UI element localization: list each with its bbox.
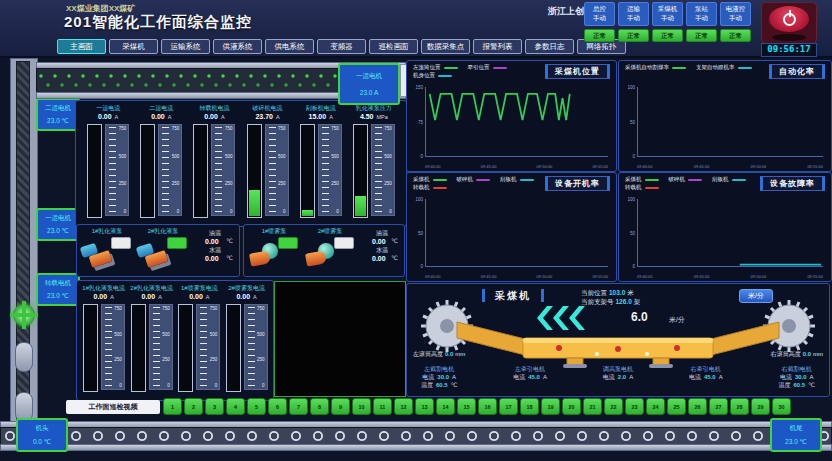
video-feed[interactable] xyxy=(274,281,406,397)
support-button-6[interactable]: 6 xyxy=(268,398,287,415)
support-button-26[interactable]: 26 xyxy=(688,398,707,415)
legend-name: 采煤机 xyxy=(413,176,430,183)
rail-box-1[interactable]: 二运电机23.0 ℃ xyxy=(36,98,80,131)
tab-5[interactable]: 供电系统 xyxy=(265,39,314,54)
legend-name: 机身位置 xyxy=(413,72,435,79)
control-state-button[interactable]: 正常 xyxy=(618,29,649,42)
legend-swatch xyxy=(520,179,534,181)
legend-name: 采煤机自动割煤率 xyxy=(625,64,669,71)
tab-8[interactable]: 数据采集点 xyxy=(421,39,470,54)
support-button-1[interactable]: 1 xyxy=(163,398,182,415)
chart-device-on-rate: 采煤机破碎机刮板机转载机设备开机率10050009:40:0009:45:000… xyxy=(406,172,617,282)
motor-1: 左截割电机电流30.0A温度60.5℃ xyxy=(421,365,457,393)
tab-6[interactable]: 变频器 xyxy=(317,39,366,54)
support-button-15[interactable]: 15 xyxy=(457,398,476,415)
legend-name: 采煤机 xyxy=(625,176,642,183)
crusher-sprocket-icon xyxy=(13,304,35,326)
support-button-9[interactable]: 9 xyxy=(331,398,350,415)
conveyor-head-box[interactable]: 机头 0.0 ℃ xyxy=(16,418,68,452)
legend-swatch xyxy=(493,67,507,69)
legend-item: 刮板机 xyxy=(712,176,746,183)
legend-item: 左滚筒位置 xyxy=(413,64,458,71)
control-state-button[interactable]: 正常 xyxy=(720,29,751,42)
support-button-21[interactable]: 21 xyxy=(583,398,602,415)
power-button[interactable] xyxy=(761,2,817,44)
control-state-button[interactable]: 正常 xyxy=(652,29,683,42)
gauge-value: 0.00A xyxy=(94,292,114,302)
conveyor-tail-box[interactable]: 机尾 23.0 ℃ xyxy=(770,418,822,452)
support-button-5[interactable]: 5 xyxy=(247,398,266,415)
gauge-label: 转载机电流 xyxy=(199,104,229,112)
gauge-value: 0.00A xyxy=(204,112,224,122)
support-button-20[interactable]: 20 xyxy=(562,398,581,415)
belt-motor-box[interactable]: 一运电机 23.0 A xyxy=(338,63,400,105)
support-button-7[interactable]: 7 xyxy=(289,398,308,415)
legend: 左滚筒位置牵引位置机身位置 xyxy=(413,64,540,79)
support-button-23[interactable]: 23 xyxy=(625,398,644,415)
legend-item: 破碎机 xyxy=(669,176,703,183)
support-button-24[interactable]: 24 xyxy=(646,398,665,415)
control-state-button[interactable]: 正常 xyxy=(686,29,717,42)
support-button-16[interactable]: 16 xyxy=(478,398,497,415)
gauge-scale: 7505002500 xyxy=(158,124,182,216)
video-label: 工作面巡检视频 xyxy=(66,400,160,414)
support-button-12[interactable]: 12 xyxy=(394,398,413,415)
support-button-22[interactable]: 22 xyxy=(604,398,623,415)
rail-box-value: 23.0 ℃ xyxy=(38,117,78,125)
support-button-17[interactable]: 17 xyxy=(499,398,518,415)
control-mode-label: 运输手动 xyxy=(618,2,649,26)
control-mode: 手动 xyxy=(585,13,614,22)
readout-label: 水温 xyxy=(360,246,398,254)
support-button-30[interactable]: 30 xyxy=(772,398,791,415)
tab-3[interactable]: 运输系统 xyxy=(161,39,210,54)
gauge-unit: A xyxy=(110,294,114,300)
motor-readout: 电流30.0A xyxy=(421,373,457,381)
left-ranging-arm xyxy=(457,322,529,356)
support-button-25[interactable]: 25 xyxy=(667,398,686,415)
support-button-8[interactable]: 8 xyxy=(310,398,329,415)
support-button-28[interactable]: 28 xyxy=(730,398,749,415)
control-2: 运输手动正常 xyxy=(618,2,649,42)
tab-10[interactable]: 参数日志 xyxy=(525,39,574,54)
gauge-bar xyxy=(226,304,241,392)
support-button-13[interactable]: 13 xyxy=(415,398,434,415)
tab-7[interactable]: 巡检画面 xyxy=(369,39,418,54)
support-button-3[interactable]: 3 xyxy=(205,398,224,415)
tab-2[interactable]: 采煤机 xyxy=(109,39,158,54)
control-state-button[interactable]: 正常 xyxy=(584,29,615,42)
gauge-fill xyxy=(249,190,260,216)
pump-label: 2#喷雾泵 xyxy=(304,227,356,236)
support-button-14[interactable]: 14 xyxy=(436,398,455,415)
legend-swatch xyxy=(433,187,447,189)
readout-value: 0.00℃ xyxy=(360,237,398,246)
support-button-10[interactable]: 10 xyxy=(352,398,371,415)
readout-label: 油温 xyxy=(360,229,398,237)
control-name: 采煤机 xyxy=(653,4,682,13)
support-button-11[interactable]: 11 xyxy=(373,398,392,415)
support-button-4[interactable]: 4 xyxy=(226,398,245,415)
motor-3: 调高泵电机电流2.0A xyxy=(603,365,633,393)
tab-9[interactable]: 报警列表 xyxy=(473,39,522,54)
tab-4[interactable]: 供液系统 xyxy=(213,39,262,54)
rail-box-label: 二运电机 xyxy=(38,104,78,113)
gauge-fill xyxy=(355,196,366,216)
tab-1[interactable]: 主画面 xyxy=(57,39,106,54)
support-button-29[interactable]: 29 xyxy=(751,398,770,415)
y-axis-ticks: 100500 xyxy=(621,197,635,269)
rail-box-2[interactable]: 一运电机23.0 ℃ xyxy=(36,208,80,241)
legend-item: 转载机 xyxy=(413,184,447,191)
gauge-value: 0.00A xyxy=(151,112,171,122)
gauge-unit: A xyxy=(221,114,225,120)
power-shadow xyxy=(772,34,806,41)
support-button-19[interactable]: 19 xyxy=(541,398,560,415)
legend-item: 支架自动跟机率 xyxy=(696,64,752,71)
legend-swatch xyxy=(476,179,490,181)
rail-box-3[interactable]: 转载电机23.0 ℃ xyxy=(36,273,80,306)
gauge-bar xyxy=(83,304,98,392)
support-button-27[interactable]: 27 xyxy=(709,398,728,415)
support-button-2[interactable]: 2 xyxy=(184,398,203,415)
gauge-bar xyxy=(300,124,315,218)
legend-item: 刮板机 xyxy=(500,176,534,183)
control-name: 总控 xyxy=(585,4,614,13)
support-button-18[interactable]: 18 xyxy=(520,398,539,415)
